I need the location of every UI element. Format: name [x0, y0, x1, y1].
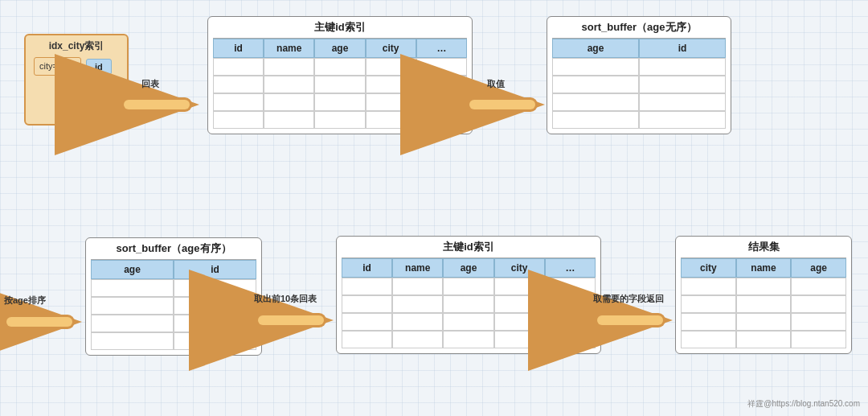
primary-table-1: id name age city … — [213, 38, 467, 129]
result-box: 结果集 city name age — [675, 236, 852, 354]
cell-3-4 — [366, 93, 416, 111]
res-cell-3-1 — [681, 313, 736, 331]
cell-3-3 — [314, 93, 365, 111]
cell-4-3 — [314, 111, 365, 129]
cell-4-5 — [416, 111, 467, 129]
col2-id: id — [342, 258, 392, 278]
sort-table-2: age id — [91, 259, 256, 350]
sort2-cell-1-1 — [91, 279, 174, 297]
arrow-quchu — [263, 304, 335, 336]
res-cell-1-3 — [791, 278, 846, 295]
sort-cell-4-2 — [639, 111, 726, 129]
result-title: 结果集 — [676, 237, 851, 257]
p2-cell-3-5 — [545, 313, 596, 331]
idx-city-title: idx_city索引 — [26, 35, 127, 57]
primary-index-box-2: 主键id索引 id name age city … — [336, 236, 601, 354]
cell-3-2 — [264, 93, 314, 111]
sort-buffer-box-2: sort_buffer（age有序） age id — [85, 237, 262, 356]
sort-cell-2-2 — [639, 76, 726, 93]
cell-2-1 — [213, 76, 264, 93]
res-cell-2-2 — [736, 295, 792, 313]
arrow-huitbiao-label: 回表 — [141, 78, 159, 90]
sort-col-id-1: id — [639, 39, 726, 58]
cell-3-1 — [213, 93, 264, 111]
p2-cell-2-2 — [392, 295, 443, 313]
arrow-quneed — [602, 304, 674, 336]
cell-3-5 — [416, 93, 467, 111]
diagram: idx_city索引 city=深圳 id id id 回表 主键id索引 — [0, 0, 868, 416]
p2-cell-3-1 — [342, 313, 392, 331]
arrow-huitbiao — [129, 89, 201, 121]
col2-age: age — [443, 258, 493, 278]
city-label: city=深圳 — [34, 57, 81, 76]
watermark: 祥霆@https://blog.ntan520.com — [747, 398, 860, 410]
cell-1-3 — [314, 58, 365, 76]
sort-col-id-2: id — [174, 260, 256, 279]
idx-row-3: id — [34, 98, 119, 114]
p2-cell-4-5 — [545, 331, 596, 348]
p2-cell-4-1 — [342, 331, 392, 348]
p2-cell-2-3 — [443, 295, 493, 313]
idx-row-1: city=深圳 id — [34, 57, 119, 76]
sort2-cell-1-2 — [174, 279, 256, 297]
res-cell-1-1 — [681, 278, 736, 295]
cell-2-2 — [264, 76, 314, 93]
p2-cell-1-5 — [545, 278, 596, 295]
res-cell-4-1 — [681, 331, 736, 348]
cell-4-2 — [264, 111, 314, 129]
cell-2-4 — [366, 76, 416, 93]
res-cell-3-2 — [736, 313, 792, 331]
p2-cell-4-2 — [392, 331, 443, 348]
sort-cell-3-2 — [639, 93, 726, 111]
col-name-1: name — [264, 39, 314, 58]
res-cell-4-2 — [736, 331, 792, 348]
sort-cell-1-2 — [639, 58, 726, 76]
col2-name: name — [392, 258, 443, 278]
primary-index-title-1: 主键id索引 — [208, 17, 472, 38]
cell-4-4 — [366, 111, 416, 129]
id-cell-3: id — [79, 98, 104, 114]
sort-cell-3-1 — [552, 93, 639, 111]
cell-2-5 — [416, 76, 467, 93]
res-cell-4-3 — [791, 331, 846, 348]
cell-1-2 — [264, 58, 314, 76]
sort-col-age-2: age — [91, 260, 174, 279]
col-age-1: age — [314, 39, 365, 58]
primary-table-2: id name age city … — [342, 257, 596, 348]
sort2-cell-4-1 — [91, 332, 174, 350]
res-cell-2-1 — [681, 295, 736, 313]
sort-cell-2-1 — [552, 76, 639, 93]
sort2-cell-4-2 — [174, 332, 256, 350]
col-city-1: city — [366, 39, 416, 58]
col2-dots: … — [545, 258, 596, 278]
p2-cell-2-4 — [494, 295, 545, 313]
res-col-name: name — [736, 258, 792, 278]
p2-cell-1-2 — [392, 278, 443, 295]
sort2-cell-2-2 — [174, 297, 256, 315]
col-id-1: id — [213, 39, 264, 58]
p2-cell-4-3 — [443, 331, 493, 348]
arrow-anage-label: 按age排序 — [4, 294, 46, 307]
idx-rows: city=深圳 id id id — [26, 57, 127, 124]
arrow-quchu-label: 取出前10条回表 — [254, 293, 317, 305]
res-cell-3-3 — [791, 313, 846, 331]
sort2-cell-2-1 — [91, 297, 174, 315]
res-cell-2-3 — [791, 295, 846, 313]
p2-cell-1-4 — [494, 278, 545, 295]
arrow-quzhi-label: 取值 — [487, 78, 505, 90]
p2-cell-2-5 — [545, 295, 596, 313]
res-cell-1-2 — [736, 278, 792, 295]
p2-cell-2-1 — [342, 295, 392, 313]
cell-1-1 — [213, 58, 264, 76]
res-col-city: city — [681, 258, 736, 278]
col-dots-1: … — [416, 39, 467, 58]
res-col-age: age — [791, 258, 846, 278]
p2-cell-3-2 — [392, 313, 443, 331]
p2-cell-4-4 — [494, 331, 545, 348]
id-cell-2: id — [79, 79, 104, 95]
id-cell-1: id — [86, 59, 112, 75]
primary-index-box-1: 主键id索引 id name age city … — [207, 16, 473, 134]
cell-1-4 — [366, 58, 416, 76]
sort2-cell-3-1 — [91, 315, 174, 332]
arrow-quzhi — [474, 89, 547, 121]
